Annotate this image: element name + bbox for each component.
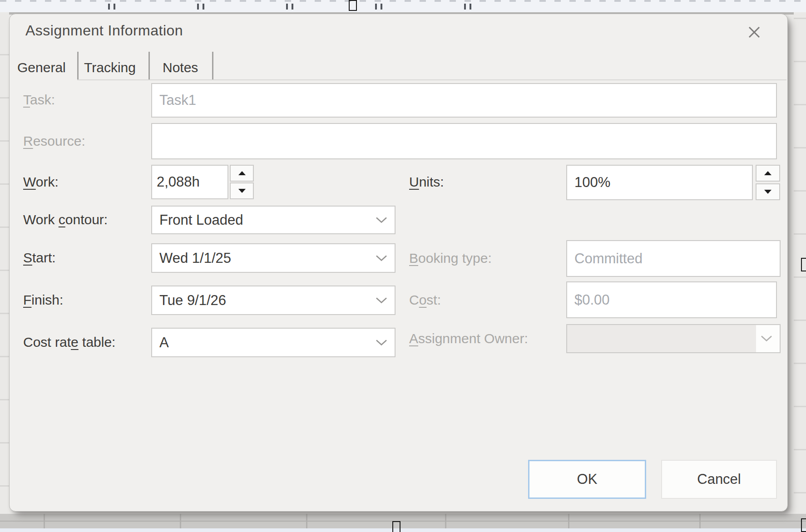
finish-label: Finish: xyxy=(23,290,63,310)
start-label: Start: xyxy=(23,248,56,268)
work-contour-label: Work contour: xyxy=(23,210,108,230)
dropdown-button xyxy=(756,325,780,352)
ok-button[interactable]: OK xyxy=(528,460,646,499)
tab-separator xyxy=(212,52,213,79)
tab-separator xyxy=(77,52,79,79)
grid-line xyxy=(699,514,701,528)
tab-tracking[interactable]: Tracking xyxy=(84,58,136,78)
tab-separator xyxy=(148,52,150,79)
arrow-up-icon xyxy=(764,171,771,175)
resource-field xyxy=(151,123,777,159)
finish-dropdown[interactable]: Tue 9/1/26 xyxy=(151,286,396,315)
chevron-down-icon xyxy=(761,335,772,342)
spinner-up-button[interactable] xyxy=(230,165,254,182)
cost-field: $0.00 xyxy=(566,281,777,318)
resource-label: Resource: xyxy=(23,131,85,151)
timescale-text-fragment xyxy=(286,4,288,10)
tab-notes[interactable]: Notes xyxy=(163,58,198,78)
timescale-text-fragment xyxy=(464,4,466,10)
background-timescale-strip xyxy=(0,0,806,15)
units-label: Units: xyxy=(409,172,444,192)
units-spinner xyxy=(756,165,780,200)
missing-glyph-box xyxy=(801,258,806,271)
close-icon xyxy=(746,24,763,41)
work-contour-dropdown[interactable]: Front Loaded xyxy=(151,206,396,234)
background-grid-bottom xyxy=(0,514,806,528)
work-input[interactable]: 2,088h xyxy=(151,165,228,199)
chevron-down-icon xyxy=(376,339,387,346)
task-label: Task: xyxy=(23,90,55,110)
chevron-down-icon xyxy=(376,217,387,223)
tab-strip-underline xyxy=(77,79,786,80)
cancel-button[interactable]: Cancel xyxy=(661,460,777,499)
grid-line xyxy=(445,514,446,528)
missing-glyph-box xyxy=(801,518,806,532)
grid-line xyxy=(44,514,45,528)
cost-rate-table-dropdown[interactable]: A xyxy=(151,328,396,357)
missing-glyph-box xyxy=(349,0,357,11)
timescale-ticks xyxy=(0,0,806,2)
cost-rate-table-label: Cost rate table: xyxy=(23,332,115,352)
start-dropdown[interactable]: Wed 1/1/25 xyxy=(151,243,396,273)
grid-line xyxy=(568,514,569,528)
spinner-up-button[interactable] xyxy=(756,165,780,182)
close-button[interactable] xyxy=(742,20,766,44)
tab-general[interactable]: General xyxy=(17,58,66,78)
assignment-owner-dropdown xyxy=(566,324,781,353)
units-input[interactable]: 100% xyxy=(566,165,753,200)
background-grid-left xyxy=(0,12,9,530)
work-label: Work: xyxy=(23,172,59,192)
missing-glyph-box xyxy=(392,521,401,532)
timescale-text-fragment xyxy=(197,4,199,10)
work-spinner xyxy=(230,165,254,199)
grid-line xyxy=(306,514,307,528)
grid-line xyxy=(180,514,181,528)
arrow-down-icon xyxy=(238,189,246,193)
spinner-down-button[interactable] xyxy=(756,183,780,200)
assignment-information-dialog: Assignment Information General Tracking … xyxy=(9,14,788,512)
timescale-text-fragment xyxy=(108,4,110,10)
chevron-down-icon xyxy=(376,297,387,304)
booking-type-label: Booking type: xyxy=(409,248,492,268)
grid-line xyxy=(0,521,806,522)
background-status-strip xyxy=(0,528,806,532)
arrow-down-icon xyxy=(764,190,771,194)
dialog-title: Assignment Information xyxy=(25,20,183,40)
timescale-text-fragment xyxy=(375,4,377,10)
spinner-down-button[interactable] xyxy=(230,182,254,199)
cost-label: Cost: xyxy=(409,290,441,310)
booking-type-field: Committed xyxy=(566,240,781,277)
chevron-down-icon xyxy=(376,255,387,261)
assignment-owner-label: Assignment Owner: xyxy=(409,329,528,349)
task-field: Task1 xyxy=(151,83,777,118)
arrow-up-icon xyxy=(238,171,246,175)
